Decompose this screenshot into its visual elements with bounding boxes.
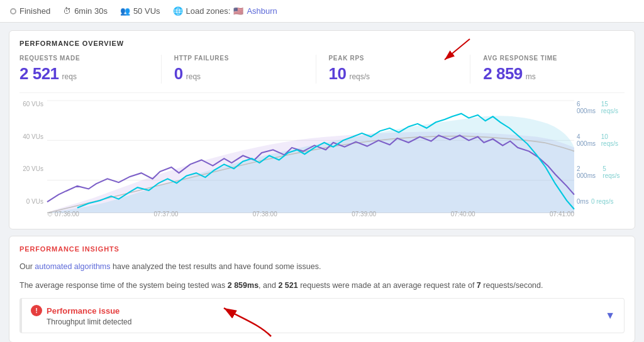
chart-right-labels: 6 000ms 15 reqs/s 4 000ms 10 reqs/s 2 00… [574, 101, 625, 205]
metric-avg-unit: ms [526, 72, 536, 81]
chart-vu-label-20: 20 VUs [23, 165, 43, 172]
chart-right-label-bottom: 0ms 0 reqs/s [577, 198, 613, 205]
metric-peak-rps-number: 10 [329, 64, 347, 84]
metric-failures-unit: reqs [186, 72, 201, 81]
chart-x-label-4: 07:39:00 [352, 211, 376, 218]
load-zones-item: 🌐 Load zones: 🇺🇸 Ashburn [173, 6, 277, 16]
metric-failures-number: 0 [174, 64, 183, 84]
overview-section-title: PERFORMANCE OVERVIEW [19, 40, 625, 47]
status-label: Finished [19, 6, 50, 16]
performance-chart: 60 VUs 40 VUs 20 VUs 0 VUs 6 000ms 15 re… [19, 101, 625, 220]
chart-right-label-top: 6 000ms 15 reqs/s [577, 101, 625, 114]
metric-requests-made: REQUESTS MADE 2 521 reqs [19, 55, 162, 84]
chart-x-label-3: 07:38:00 [253, 211, 277, 218]
chart-vu-label-60: 60 VUs [23, 101, 43, 108]
chevron-down-icon[interactable]: ▼ [605, 310, 615, 321]
svg-line-1 [445, 39, 470, 60]
duration-item: ⏱ 6min 30s [63, 6, 108, 16]
issue-subtitle: Throughput limit detected [47, 317, 131, 326]
chart-right-label-3: 2 000ms 5 reqs/s [577, 165, 625, 179]
status-item: Finished [10, 6, 50, 16]
status-dot-icon [10, 8, 16, 14]
metric-peak-rps-unit: reqs/s [349, 72, 370, 81]
chart-x-label-1: ⏱ 07:36:00 [47, 211, 79, 218]
performance-overview-card: PERFORMANCE OVERVIEW REQUESTS MADE 2 521… [9, 30, 635, 229]
chart-x-label-5: 07:40:00 [451, 211, 475, 218]
insights-description-1: Our automated algorithms have analyzed t… [19, 260, 625, 273]
issue-row-wrapper: ! Performance issue Throughput limit det… [19, 298, 625, 333]
globe-icon: 🌐 [173, 6, 183, 16]
peak-rps-arrow [426, 36, 476, 67]
chart-vu-label-0: 0 VUs [26, 198, 43, 205]
metric-failures-value-row: 0 reqs [174, 64, 303, 84]
chart-left-labels: 60 VUs 40 VUs 20 VUs 0 VUs [19, 101, 47, 205]
issue-row[interactable]: ! Performance issue Throughput limit det… [19, 298, 625, 333]
load-zones-label: Load zones: [186, 6, 231, 16]
metric-avg-label: AVG RESPONSE TIME [483, 55, 612, 62]
issue-exclamation-icon: ! [31, 305, 42, 316]
metric-peak-rps: PEAK RPS 10 reqs/s [329, 55, 471, 84]
vus-item: 👥 50 VUs [120, 6, 160, 16]
avg-response-highlight: 2 859ms [228, 281, 258, 290]
metric-requests-unit: reqs [62, 72, 77, 81]
issue-left-content: ! Performance issue Throughput limit det… [31, 305, 131, 326]
metric-requests-number: 2 521 [19, 64, 59, 84]
requests-highlight: 2 521 [278, 281, 297, 290]
chart-svg-area [47, 101, 574, 220]
issue-title-row: ! Performance issue [31, 305, 131, 316]
metric-requests-value-row: 2 521 reqs [19, 64, 148, 84]
main-content: PERFORMANCE OVERVIEW REQUESTS MADE 2 521… [0, 23, 644, 342]
metric-avg-value-row: 2 859 ms [483, 64, 612, 84]
performance-insights-card: PERFORMANCE INSIGHTS Our automated algor… [9, 236, 635, 342]
automated-algorithms-link[interactable]: automated algorithms [35, 262, 110, 271]
users-icon: 👥 [120, 6, 130, 16]
clock-icon: ⏱ [63, 6, 71, 16]
issue-title: Performance issue [47, 306, 119, 316]
avg-rate-highlight: 7 [477, 281, 481, 290]
duration-label: 6min 30s [74, 6, 108, 16]
chart-vu-label-40: 40 VUs [23, 133, 43, 140]
chart-right-label-2: 4 000ms 10 reqs/s [577, 133, 625, 147]
vus-label: 50 VUs [133, 6, 160, 16]
metric-failures-label: HTTP FAILURES [174, 55, 303, 62]
metric-http-failures: HTTP FAILURES 0 reqs [174, 55, 316, 84]
chart-x-labels: ⏱ 07:36:00 07:37:00 07:38:00 07:39:00 07… [47, 211, 574, 218]
flag-icon: 🇺🇸 [233, 6, 243, 16]
metric-avg-number: 2 859 [483, 64, 523, 84]
clock-small-icon: ⏱ [47, 211, 53, 218]
insights-section-title: PERFORMANCE INSIGHTS [19, 245, 625, 253]
chart-svg [47, 101, 574, 220]
metric-requests-label: REQUESTS MADE [19, 55, 148, 62]
top-bar: Finished ⏱ 6min 30s 👥 50 VUs 🌐 Load zone… [0, 0, 644, 23]
metric-avg-response: AVG RESPONSE TIME 2 859 ms [483, 55, 625, 84]
metrics-row: REQUESTS MADE 2 521 reqs HTTP FAILURES 0… [19, 55, 625, 93]
insights-description-2: The average response time of the system … [19, 279, 625, 292]
location-link[interactable]: Ashburn [247, 6, 277, 16]
chart-x-label-6: 07:41:00 [550, 211, 574, 218]
chart-x-label-2: 07:37:00 [153, 211, 178, 218]
